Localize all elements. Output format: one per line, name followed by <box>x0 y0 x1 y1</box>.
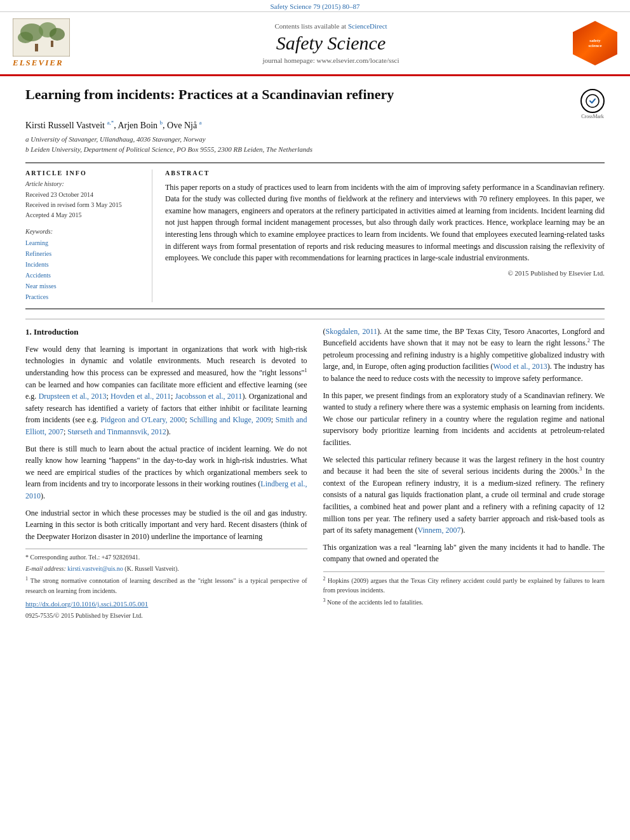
footnote-2: 2 Hopkins (2009) argues that the Texas C… <box>323 575 605 595</box>
footnotes-left: * Corresponding author. Tel.: +47 928269… <box>25 549 307 595</box>
journal-homepage: journal homepage: www.elsevier.com/locat… <box>95 57 566 64</box>
body-col-right: (Skogdalen, 2011). At the same time, the… <box>323 326 605 621</box>
affiliations: a University of Stavanger, Ullandhaug, 4… <box>25 134 605 155</box>
footnotes-right: 2 Hopkins (2009) argues that the Texas C… <box>323 571 605 608</box>
body-columns: 1. Introduction Few would deny that lear… <box>25 326 605 621</box>
crossmark-label: CrossMark <box>580 114 605 119</box>
journal-badge: safetyscience <box>573 21 617 65</box>
keywords-section: Keywords: Learning Refineries Incidents … <box>25 228 142 302</box>
body-para-3: One industrial sector in which these pro… <box>25 507 307 543</box>
affiliation-b: b Leiden University, Department of Polit… <box>25 144 605 155</box>
ref-storseth[interactable]: Størseth and Tinmannsvik, 2012 <box>67 427 166 436</box>
journal-citation: Safety Science 79 (2015) 80–87 <box>270 3 359 10</box>
article-info-panel: ARTICLE INFO Article history: Received 2… <box>25 170 152 302</box>
abstract-copyright: © 2015 Published by Elsevier Ltd. <box>165 269 605 277</box>
history-accepted: Accepted 4 May 2015 <box>25 210 142 220</box>
keywords-label: Keywords: <box>25 228 142 235</box>
journal-title-area: Contents lists available at ScienceDirec… <box>95 22 566 64</box>
article-info-abstract-block: ARTICLE INFO Article history: Received 2… <box>25 163 605 309</box>
keyword-refineries: Refineries <box>25 248 142 259</box>
ref-jacobsson[interactable]: Jacobsson et al., 2011 <box>175 392 243 401</box>
crossmark-badge <box>580 89 605 113</box>
badge-text: safetyscience <box>589 38 602 49</box>
publisher-logo-area: ELSEVIER <box>13 18 95 68</box>
footnote-3: 3 None of the accidents led to fatalitie… <box>323 597 605 607</box>
bottom-copyright: 0925-7535/© 2015 Published by Elsevier L… <box>25 611 307 621</box>
ref-vinnem[interactable]: Vinnem, 2007 <box>417 526 460 535</box>
authors-line: Kirsti Russell Vastveit a,*, Arjen Boin … <box>25 119 605 131</box>
ref-skogdalen[interactable]: Skogdalen, 2011 <box>326 327 377 336</box>
keyword-accidents: Accidents <box>25 270 142 281</box>
ref-schilling[interactable]: Schilling and Kluge, 2009 <box>189 415 271 424</box>
history-label: Article history: <box>25 180 142 187</box>
keyword-practices: Practices <box>25 291 142 302</box>
ref-wood[interactable]: Wood et al., 2013 <box>493 362 547 371</box>
article-history: Article history: Received 23 October 201… <box>25 180 142 220</box>
footnote-email: E-mail address: kirsti.vastveit@uis.no (… <box>25 564 307 573</box>
journal-name: Safety Science <box>95 32 566 54</box>
abstract-text: This paper reports on a study of practic… <box>165 182 605 264</box>
journal-citation-bar: Safety Science 79 (2015) 80–87 <box>0 0 630 12</box>
history-received: Received 23 October 2014 <box>25 190 142 200</box>
body-para-6: We selected this particular refinery bec… <box>323 454 605 537</box>
journal-badge-area: safetyscience <box>566 21 617 65</box>
footnote-corresponding: * Corresponding author. Tel.: +47 928269… <box>25 552 307 562</box>
section1-heading: 1. Introduction <box>25 326 307 338</box>
keyword-near-misses: Near misses <box>25 281 142 291</box>
ref-pidgeon[interactable]: Pidgeon and O'Leary, 2000 <box>100 415 185 424</box>
svg-point-8 <box>586 95 599 107</box>
ref-drupsteen[interactable]: Drupsteen et al., 2013 <box>39 392 107 401</box>
svg-rect-5 <box>35 44 38 51</box>
svg-point-4 <box>18 32 33 43</box>
ref-hovden[interactable]: Hovden et al., 2011 <box>111 392 171 401</box>
doi-link[interactable]: http://dx.doi.org/10.1016/j.ssci.2015.05… <box>25 600 148 608</box>
doi-link-area: http://dx.doi.org/10.1016/j.ssci.2015.05… <box>25 599 307 610</box>
footnote-1: 1 The strong normative connotation of le… <box>25 575 307 595</box>
ref-lindberg[interactable]: Lindberg et al., 2010 <box>25 479 307 500</box>
sciencedirect-link[interactable]: ScienceDirect <box>348 22 387 30</box>
svg-point-3 <box>50 28 65 41</box>
elsevier-logo: ELSEVIER <box>13 18 95 68</box>
body-divider <box>25 319 605 319</box>
body-para-7: This organization was a real "learning l… <box>323 542 605 565</box>
history-revised: Received in revised form 3 May 2015 <box>25 200 142 210</box>
elsevier-tree-icon <box>13 18 70 57</box>
abstract-heading: ABSTRACT <box>165 170 605 177</box>
keyword-learning: Learning <box>25 237 142 248</box>
svg-rect-6 <box>51 41 53 47</box>
abstract-panel: ABSTRACT This paper reports on a study o… <box>165 170 605 302</box>
contents-line: Contents lists available at ScienceDirec… <box>95 22 566 30</box>
keyword-incidents: Incidents <box>25 259 142 270</box>
article-content: Learning from incidents: Practices at a … <box>0 76 630 633</box>
body-col-left: 1. Introduction Few would deny that lear… <box>25 326 307 621</box>
elsevier-label: ELSEVIER <box>13 58 64 68</box>
affiliation-a: a University of Stavanger, Ullandhaug, 4… <box>25 134 605 145</box>
body-para-2: But there is still much to learn about t… <box>25 443 307 502</box>
article-info-heading: ARTICLE INFO <box>25 170 142 177</box>
article-title: Learning from incidents: Practices at a … <box>25 86 574 104</box>
crossmark-icon <box>586 94 600 108</box>
email-link[interactable]: kirsti.vastveit@uis.no <box>67 565 123 572</box>
body-para-5: In this paper, we present findings from … <box>323 390 605 449</box>
journal-header: ELSEVIER Contents lists available at Sci… <box>0 12 630 76</box>
body-para-4: (Skogdalen, 2011). At the same time, the… <box>323 326 605 385</box>
body-para-1: Few would deny that learning is importan… <box>25 343 307 438</box>
